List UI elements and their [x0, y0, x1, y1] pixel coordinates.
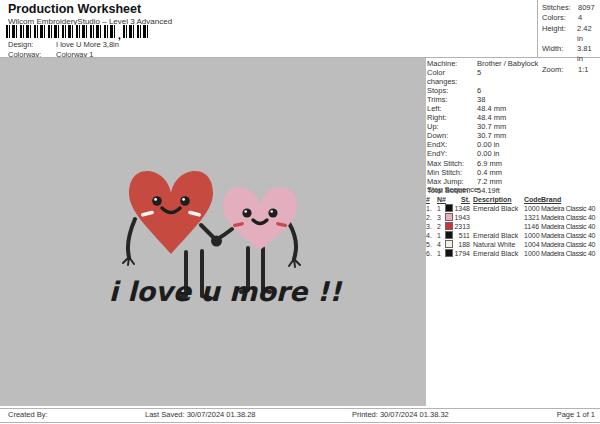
machine-info-panel: Machine: Brother / Babylock Color change… [427, 59, 600, 195]
thread-description [470, 222, 522, 231]
machine-info-value: Brother / Babylock [477, 59, 538, 68]
summary-value: 2.42 in [577, 24, 599, 45]
thread-color-swatch [445, 204, 453, 212]
machine-info-label: Min Stitch: [427, 168, 477, 177]
machine-info-value: 30.7 mm [477, 122, 506, 131]
barcode: , [6, 25, 150, 38]
stop-stitches: 1943 [454, 213, 470, 222]
thread-swatch [445, 222, 454, 231]
stop-stitches: 2313 [454, 222, 470, 231]
page-number: Page 1 of 1 [557, 410, 595, 419]
thread-swatch [445, 249, 454, 258]
last-saved-text: Last Saved: 30/07/2024 01.38.28 [145, 410, 256, 419]
summary-value: 8097 [578, 3, 595, 13]
machine-info-label: Left: [427, 104, 477, 113]
thread-brand: Madeira Classic 40 [541, 204, 600, 213]
thread-color-swatch [445, 249, 453, 257]
thread-brand: Madeira Classic 40 [541, 213, 600, 222]
design-canvas: i love u more !! [0, 58, 426, 406]
thread-description: Emerald Black [470, 204, 522, 213]
machine-info-value: 30.7 mm [477, 131, 506, 140]
stop-num: 4. [426, 231, 437, 240]
held-hands [211, 236, 222, 247]
page-title: Production Worksheet [8, 2, 141, 16]
machine-info-label: Up: [427, 122, 477, 131]
col-header-n: N# [437, 195, 445, 204]
embroidery-design: i love u more !! [85, 153, 345, 373]
col-header-st: St. [454, 195, 470, 204]
summary-row: Stitches: 8097 [538, 3, 599, 13]
machine-info-row: Left: 48.4 mm [427, 104, 600, 113]
machine-info-label: Down: [427, 131, 477, 140]
col-header-swatch [445, 195, 454, 204]
summary-row: Height: 2.42 in [538, 24, 599, 45]
thread-brand: Madeira Classic 40 [541, 240, 600, 249]
machine-info-value: 6 [477, 86, 481, 95]
col-header-description: Description [470, 195, 522, 204]
design-label: Design: [8, 40, 56, 49]
machine-info-value: 0.4 mm [477, 168, 502, 177]
thread-description: Natural White [470, 240, 522, 249]
machine-info-label: Max Stitch: [427, 159, 477, 168]
machine-info-value: 6.9 mm [477, 159, 502, 168]
machine-info-row: Trims: 38 [427, 95, 600, 104]
machine-info-label: EndY: [427, 149, 477, 158]
stop-sequence-row: 4. 1 511 Emerald Black 1000 Madeira Clas… [426, 231, 600, 240]
thread-color-swatch [445, 240, 453, 248]
stop-stitches: 511 [454, 231, 470, 240]
thread-color-swatch [445, 231, 453, 239]
stop-needle: 2 [437, 222, 445, 231]
thread-swatch [445, 213, 454, 222]
thread-code: 1000 [522, 231, 541, 240]
stop-sequence-row: 2. 3 1943 1321 Madeira Classic 40 [426, 213, 600, 222]
machine-info-label: EndX: [427, 140, 477, 149]
thread-brand: Madeira Classic 40 [541, 249, 600, 258]
thread-description: Emerald Black [470, 231, 522, 240]
machine-info-label: Color changes: [427, 68, 477, 86]
created-by-label: Created By: [8, 410, 48, 419]
stop-sequence-row: 6. 1 1794 Emerald Black 1000 Madeira Cla… [426, 249, 600, 258]
stop-stitches: 1348 [454, 204, 470, 213]
thread-brand: Madeira Classic 40 [541, 231, 600, 240]
stop-num: 2. [426, 213, 437, 222]
machine-info-label: Machine: [427, 59, 477, 68]
machine-info-row: EndX: 0.00 in [427, 140, 600, 149]
summary-box: Stitches: 8097 Colors: 4 Height: 2.42 in… [537, 0, 599, 57]
stop-sequence-row: 1. 1 1348 Emerald Black 1000 Madeira Cla… [426, 204, 600, 213]
stop-sequence-header-row: # N# St. Description Code Brand [426, 195, 600, 204]
stop-stitches: 1794 [454, 249, 470, 258]
thread-brand: Madeira Classic 40 [541, 222, 600, 231]
stop-needle: 4 [437, 240, 445, 249]
thread-color-swatch [445, 213, 453, 221]
production-worksheet-page: Production Worksheet Wilcom EmbroiderySt… [0, 0, 600, 424]
stop-num: 6. [426, 249, 437, 258]
machine-info-row: Down: 30.7 mm [427, 131, 600, 140]
machine-info-label: Trims: [427, 95, 477, 104]
thread-color-swatch [445, 222, 453, 230]
thread-code: 1004 [522, 240, 541, 249]
machine-info-row: Machine: Brother / Babylock [427, 59, 600, 68]
thread-swatch [445, 231, 454, 240]
machine-info-value: 38 [477, 95, 485, 104]
stop-needle: 1 [437, 204, 445, 213]
stop-needle: 3 [437, 213, 445, 222]
machine-info-value: 5 [477, 68, 481, 86]
machine-info-row: Right: 48.4 mm [427, 113, 600, 122]
design-row: Design: I love U More 3,8in [8, 40, 119, 49]
stop-needle: 1 [437, 231, 445, 240]
machine-info-label: Right: [427, 113, 477, 122]
machine-info-row: Max Stitch: 6.9 mm [427, 159, 600, 168]
thread-code: 1000 [522, 249, 541, 258]
stop-needle: 1 [437, 249, 445, 258]
thread-swatch [445, 240, 454, 249]
machine-info-value: 48.4 mm [477, 104, 506, 113]
stop-sequence-section: Stop Sequence: # N# St. Description Code… [426, 185, 600, 258]
stop-sequence-title: Stop Sequence: [426, 185, 600, 194]
summary-label: Colors: [542, 13, 578, 23]
machine-info-row: EndY: 0.00 in [427, 149, 600, 158]
thread-description: Emerald Black [470, 249, 522, 258]
barcode-segment-2 [123, 25, 150, 38]
right-heart [223, 187, 297, 250]
barcode-segment-1 [6, 25, 116, 38]
machine-info-row: Stops: 6 [427, 86, 600, 95]
